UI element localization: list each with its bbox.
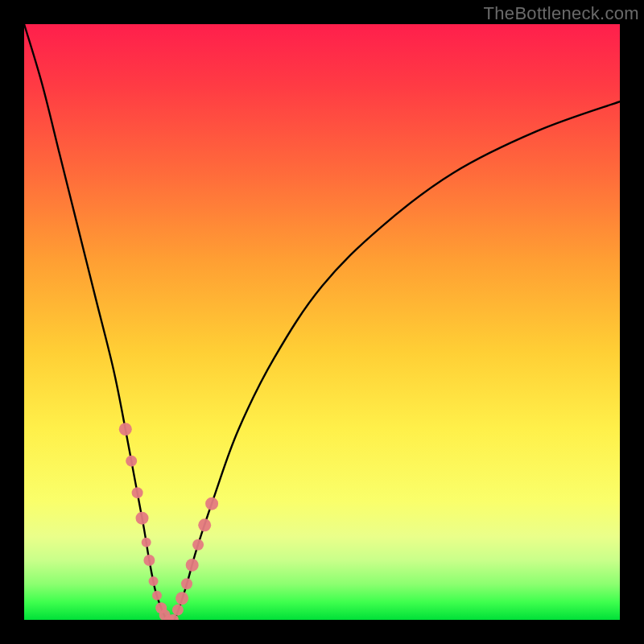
curve-marker bbox=[205, 497, 218, 510]
curve-marker bbox=[167, 614, 179, 620]
curve-marker bbox=[126, 456, 137, 467]
curve-marker bbox=[142, 538, 151, 547]
curve-marker bbox=[172, 605, 184, 616]
curve-marker bbox=[159, 609, 171, 620]
curve-marker bbox=[192, 539, 204, 551]
curve-svg bbox=[24, 24, 620, 620]
plot-area bbox=[24, 24, 620, 620]
curve-marker bbox=[164, 615, 174, 620]
chart-frame: TheBottleneck.com bbox=[0, 0, 644, 644]
curve-marker bbox=[175, 592, 188, 605]
curve-marker bbox=[132, 487, 143, 498]
bottleneck-curve bbox=[24, 24, 620, 620]
curve-marker bbox=[152, 591, 162, 601]
curve-marker bbox=[149, 576, 159, 586]
curve-marker bbox=[198, 518, 211, 531]
curve-marker bbox=[119, 423, 132, 436]
watermark-text: TheBottleneck.com bbox=[484, 3, 639, 24]
curve-marker bbox=[186, 559, 199, 572]
curve-marker bbox=[136, 512, 149, 525]
curve-markers bbox=[119, 423, 218, 620]
curve-marker bbox=[181, 578, 192, 589]
curve-marker bbox=[143, 555, 155, 566]
curve-marker bbox=[155, 602, 167, 613]
